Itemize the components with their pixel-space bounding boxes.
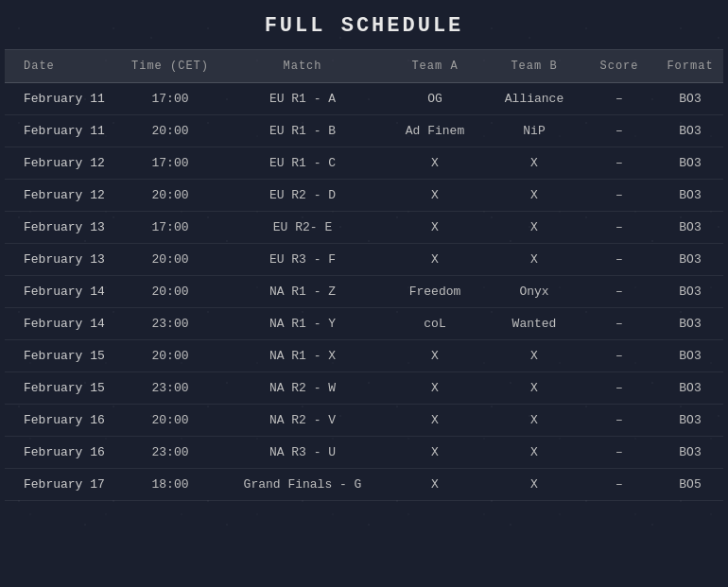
table-row: February 1317:00EU R2- EXX–BO3 — [5, 212, 723, 244]
cell-team-a: OG — [383, 83, 487, 115]
cell-score: – — [581, 405, 657, 437]
table-row: February 1623:00NA R3 - UXX–BO3 — [5, 437, 723, 469]
cell-date: February 16 — [5, 405, 118, 437]
cell-date: February 11 — [5, 115, 118, 147]
cell-team-b: X — [487, 180, 581, 212]
cell-time: 17:00 — [118, 83, 222, 115]
cell-format: BO3 — [657, 244, 723, 276]
cell-match: NA R2 - W — [222, 372, 383, 405]
cell-team-a: X — [383, 244, 487, 276]
cell-score: – — [581, 147, 657, 180]
cell-time: 18:00 — [118, 469, 222, 501]
cell-format: BO3 — [657, 308, 723, 340]
table-row: February 1620:00NA R2 - VXX–BO3 — [5, 405, 723, 437]
cell-score: – — [581, 83, 657, 115]
cell-format: BO3 — [657, 276, 723, 308]
cell-match: NA R1 - Z — [222, 276, 383, 308]
header-date: Date — [5, 50, 118, 83]
table-row: February 1320:00EU R3 - FXX–BO3 — [5, 244, 723, 276]
cell-team-b: Wanted — [487, 308, 581, 340]
cell-time: 17:00 — [118, 212, 222, 244]
cell-date: February 13 — [5, 244, 118, 276]
cell-format: BO3 — [657, 372, 723, 405]
cell-match: NA R3 - U — [222, 437, 383, 469]
cell-score: – — [581, 276, 657, 308]
cell-team-b: X — [487, 212, 581, 244]
cell-team-a: coL — [383, 308, 487, 340]
cell-format: BO3 — [657, 405, 723, 437]
cell-score: – — [581, 308, 657, 340]
cell-team-b: X — [487, 469, 581, 501]
header-team-a: Team A — [383, 50, 487, 83]
cell-team-a: X — [383, 405, 487, 437]
cell-match: EU R2 - D — [222, 180, 383, 212]
cell-format: BO3 — [657, 147, 723, 180]
table-row: February 1520:00NA R1 - XXX–BO3 — [5, 340, 723, 372]
cell-date: February 13 — [5, 212, 118, 244]
cell-time: 23:00 — [118, 372, 222, 405]
cell-date: February 12 — [5, 180, 118, 212]
cell-time: 17:00 — [118, 147, 222, 180]
cell-match: NA R2 - V — [222, 405, 383, 437]
cell-match: EU R1 - C — [222, 147, 383, 180]
cell-score: – — [581, 372, 657, 405]
cell-date: February 15 — [5, 372, 118, 405]
cell-team-b: X — [487, 147, 581, 180]
cell-date: February 15 — [5, 340, 118, 372]
cell-date: February 14 — [5, 276, 118, 308]
cell-team-b: X — [487, 244, 581, 276]
cell-team-b: Onyx — [487, 276, 581, 308]
cell-score: – — [581, 340, 657, 372]
schedule-table: Date Time (CET) Match Team A Team B Scor… — [5, 49, 723, 501]
cell-team-a: X — [383, 340, 487, 372]
cell-match: EU R1 - B — [222, 115, 383, 147]
cell-team-a: X — [383, 469, 487, 501]
cell-time: 20:00 — [118, 115, 222, 147]
cell-team-b: NiP — [487, 115, 581, 147]
cell-time: 23:00 — [118, 308, 222, 340]
cell-match: Grand Finals - G — [222, 469, 383, 501]
cell-score: – — [581, 244, 657, 276]
header-match: Match — [222, 50, 383, 83]
cell-score: – — [581, 212, 657, 244]
cell-time: 20:00 — [118, 180, 222, 212]
cell-time: 20:00 — [118, 276, 222, 308]
table-header-row: Date Time (CET) Match Team A Team B Scor… — [5, 50, 723, 83]
cell-score: – — [581, 180, 657, 212]
cell-date: February 12 — [5, 147, 118, 180]
cell-format: BO3 — [657, 180, 723, 212]
cell-time: 20:00 — [118, 340, 222, 372]
cell-format: BO3 — [657, 340, 723, 372]
table-row: February 1420:00NA R1 - ZFreedomOnyx–BO3 — [5, 276, 723, 308]
table-row: February 1523:00NA R2 - WXX–BO3 — [5, 372, 723, 405]
cell-date: February 11 — [5, 83, 118, 115]
table-row: February 1718:00Grand Finals - GXX–BO5 — [5, 469, 723, 501]
cell-team-b: X — [487, 437, 581, 469]
header-format: Format — [657, 50, 723, 83]
header-team-b: Team B — [487, 50, 581, 83]
cell-team-a: X — [383, 437, 487, 469]
cell-time: 20:00 — [118, 405, 222, 437]
page-container: FULL SCHEDULE Date Time (CET) Match Team… — [0, 0, 728, 587]
cell-match: EU R1 - A — [222, 83, 383, 115]
header-time: Time (CET) — [118, 50, 222, 83]
cell-format: BO3 — [657, 212, 723, 244]
cell-score: – — [581, 437, 657, 469]
cell-match: NA R1 - X — [222, 340, 383, 372]
cell-match: EU R2- E — [222, 212, 383, 244]
cell-team-b: X — [487, 340, 581, 372]
cell-team-b: Alliance — [487, 83, 581, 115]
cell-format: BO3 — [657, 83, 723, 115]
table-row: February 1423:00NA R1 - YcoLWanted–BO3 — [5, 308, 723, 340]
cell-team-a: X — [383, 180, 487, 212]
cell-date: February 17 — [5, 469, 118, 501]
table-row: February 1120:00EU R1 - BAd FinemNiP–BO3 — [5, 115, 723, 147]
cell-team-a: Ad Finem — [383, 115, 487, 147]
table-row: February 1117:00EU R1 - AOGAlliance–BO3 — [5, 83, 723, 115]
cell-team-b: X — [487, 405, 581, 437]
header-score: Score — [581, 50, 657, 83]
table-row: February 1220:00EU R2 - DXX–BO3 — [5, 180, 723, 212]
cell-format: BO3 — [657, 115, 723, 147]
cell-format: BO3 — [657, 437, 723, 469]
cell-team-b: X — [487, 372, 581, 405]
